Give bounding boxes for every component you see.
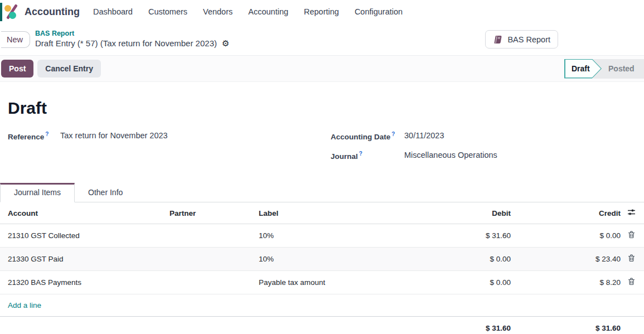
stage-posted-label: Posted: [608, 64, 635, 73]
page-title: Draft: [8, 99, 644, 118]
add-a-line-link[interactable]: Add a line: [0, 294, 644, 317]
breadcrumb: BAS Report Draft Entry (* 57) (Tax retur…: [35, 30, 229, 49]
cancel-entry-button[interactable]: Cancel Entry: [37, 60, 101, 78]
help-tooltip-icon: ?: [359, 151, 362, 157]
cell-debit: $ 0.00: [396, 271, 513, 294]
cell-debit: $ 0.00: [396, 248, 513, 271]
col-header-label[interactable]: Label: [256, 202, 396, 224]
table-row[interactable]: 21310 GST Collected 10% $ 31.60 $ 0.00: [0, 224, 644, 248]
cell-credit: $ 8.20: [513, 271, 623, 294]
stage-draft-label: Draft: [572, 64, 590, 73]
sliders-icon: [627, 209, 636, 216]
app-title[interactable]: Accounting: [25, 6, 80, 18]
nav-item-accounting[interactable]: Accounting: [248, 7, 288, 16]
cell-label: 10%: [256, 248, 396, 271]
table-row[interactable]: 21320 BAS Payments Payable tax amount $ …: [0, 271, 644, 294]
cell-partner: [167, 224, 256, 248]
form-sheet: Draft Reference? Tax return for November…: [0, 99, 644, 334]
cell-account: 21310 GST Collected: [0, 224, 167, 248]
cell-credit: $ 23.40: [513, 248, 623, 271]
table-row[interactable]: 21330 GST Paid 10% $ 0.00 $ 23.40: [0, 248, 644, 271]
cell-account: 21330 GST Paid: [0, 248, 167, 271]
accounting-date-label: Accounting Date?: [331, 131, 404, 141]
table-header-row: Account Partner Label Debit Credit: [0, 202, 644, 224]
field-journal: Journal? Miscellaneous Operations: [331, 151, 644, 161]
new-button[interactable]: New: [1, 31, 30, 48]
control-panel: New BAS Report Draft Entry (* 57) (Tax r…: [0, 23, 644, 56]
trash-icon[interactable]: [628, 231, 635, 240]
journal-items-table: Account Partner Label Debit Credit: [0, 202, 644, 334]
top-navbar: Accounting Dashboard Customers Vendors A…: [0, 0, 644, 23]
accounting-date-value[interactable]: 30/11/2023: [404, 131, 444, 141]
col-header-account[interactable]: Account: [0, 202, 167, 224]
post-button[interactable]: Post: [1, 60, 33, 78]
main-menu: Dashboard Customers Vendors Accounting R…: [93, 7, 403, 16]
cell-account: 21320 BAS Payments: [0, 271, 167, 294]
logo-dot-teal: [9, 12, 16, 19]
app-logo-icon[interactable]: [4, 4, 20, 20]
journal-label: Journal?: [331, 151, 404, 161]
stage-draft[interactable]: Draft: [564, 59, 602, 79]
nav-item-reporting[interactable]: Reporting: [304, 7, 339, 16]
bas-report-button-label: BAS Report: [507, 35, 550, 44]
help-tooltip-icon: ?: [45, 131, 49, 137]
field-accounting-date: Accounting Date? 30/11/2023: [331, 131, 644, 141]
col-header-partner[interactable]: Partner: [167, 202, 256, 224]
cell-label: 10%: [256, 224, 396, 248]
notebook-tabs: Journal Items Other Info: [0, 183, 644, 202]
totals-row: $ 31.60 $ 31.60: [0, 317, 644, 334]
optional-columns-toggle[interactable]: [623, 202, 644, 224]
add-line-row: Add a line: [0, 294, 644, 317]
bas-report-smart-button[interactable]: BAS Report: [485, 30, 558, 49]
cell-debit: $ 31.60: [396, 224, 513, 248]
statusbar: Post Cancel Entry Draft Posted: [0, 56, 644, 82]
reference-label: Reference?: [8, 131, 60, 141]
cell-label: Payable tax amount: [256, 271, 396, 294]
book-icon: [493, 35, 502, 44]
tab-other-info[interactable]: Other Info: [75, 183, 136, 202]
total-debit: $ 31.60: [396, 317, 513, 334]
cell-partner: [167, 248, 256, 271]
tab-journal-items[interactable]: Journal Items: [0, 183, 75, 202]
trash-icon[interactable]: [628, 278, 635, 287]
stage-widget: Draft Posted: [564, 59, 644, 79]
trash-icon[interactable]: [628, 254, 635, 264]
cell-partner: [167, 271, 256, 294]
col-header-credit[interactable]: Credit: [513, 202, 623, 224]
reference-value[interactable]: Tax return for November 2023: [60, 131, 168, 141]
field-reference: Reference? Tax return for November 2023: [8, 131, 331, 141]
breadcrumb-parent-link[interactable]: BAS Report: [35, 30, 229, 38]
nav-item-customers[interactable]: Customers: [148, 7, 187, 16]
nav-item-dashboard[interactable]: Dashboard: [93, 7, 133, 16]
breadcrumb-current: Draft Entry (* 57) (Tax return for Novem…: [35, 38, 217, 49]
nav-item-vendors[interactable]: Vendors: [203, 7, 233, 16]
col-header-debit[interactable]: Debit: [396, 202, 513, 224]
window-edge-accent: [0, 3, 2, 21]
help-tooltip-icon: ?: [391, 131, 395, 137]
field-group: Reference? Tax return for November 2023 …: [0, 131, 644, 170]
total-credit: $ 31.60: [513, 317, 623, 334]
gear-icon[interactable]: ⚙: [222, 40, 229, 48]
journal-value[interactable]: Miscellaneous Operations: [404, 151, 497, 161]
nav-item-configuration[interactable]: Configuration: [355, 7, 403, 16]
cell-credit: $ 0.00: [513, 224, 623, 248]
